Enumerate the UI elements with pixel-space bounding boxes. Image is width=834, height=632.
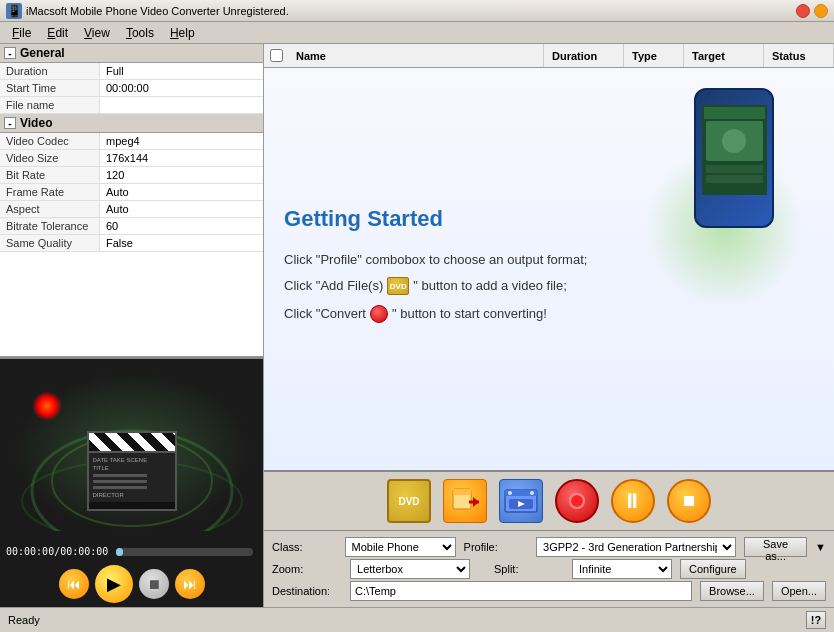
properties-panel: - General Duration Full Start Time 00:00… bbox=[0, 44, 263, 357]
class-select[interactable]: Mobile Phone bbox=[345, 537, 456, 557]
svg-point-16 bbox=[530, 491, 534, 495]
convert-inline-icon bbox=[370, 305, 388, 323]
add-files-button[interactable]: DVD bbox=[385, 477, 433, 525]
prop-frame-rate: Frame Rate Auto bbox=[0, 184, 263, 201]
menu-file[interactable]: File bbox=[4, 24, 39, 42]
prop-same-quality-value[interactable]: False bbox=[100, 235, 263, 251]
minimize-button[interactable] bbox=[814, 4, 828, 18]
prop-bit-rate-value[interactable]: 120 bbox=[100, 167, 263, 183]
svg-point-6 bbox=[722, 129, 746, 153]
menu-edit[interactable]: Edit bbox=[39, 24, 76, 42]
destination-label: Destination: bbox=[272, 585, 342, 597]
prop-frame-rate-value[interactable]: Auto bbox=[100, 184, 263, 200]
menu-view[interactable]: View bbox=[76, 24, 118, 42]
clapper-top bbox=[89, 433, 175, 453]
help-button[interactable]: !? bbox=[806, 611, 826, 629]
col-status-header: Status bbox=[764, 44, 834, 67]
clapper-lines bbox=[93, 474, 171, 489]
menu-help[interactable]: Help bbox=[162, 24, 203, 42]
film-icon bbox=[499, 479, 543, 523]
open-button[interactable]: Open... bbox=[772, 581, 826, 601]
status-bar: Ready !? bbox=[0, 607, 834, 632]
rewind-button[interactable]: ⏮ bbox=[59, 569, 89, 599]
prop-start-time-label: Start Time bbox=[0, 80, 100, 96]
add-folder-button[interactable] bbox=[497, 477, 545, 525]
progress-bar-container: 00:00:00/00:00:00 bbox=[0, 542, 263, 561]
save-as-button[interactable]: Save as... bbox=[744, 537, 807, 557]
settings-row-destination: Destination: Browse... Open... bbox=[272, 581, 826, 601]
left-panel: - General Duration Full Start Time 00:00… bbox=[0, 44, 264, 607]
section-general-toggle[interactable]: - bbox=[4, 47, 16, 59]
prop-bitrate-tolerance-label: Bitrate Tolerance bbox=[0, 218, 100, 234]
prop-bitrate-tolerance-value[interactable]: 60 bbox=[100, 218, 263, 234]
progress-track[interactable] bbox=[116, 548, 253, 556]
stop-icon: ⏹ bbox=[667, 479, 711, 523]
prop-video-size-value[interactable]: 176x144 bbox=[100, 150, 263, 166]
right-panel: Name Duration Type Target Status Getting… bbox=[264, 44, 834, 607]
svg-point-15 bbox=[508, 491, 512, 495]
stop-button[interactable]: ⏹ bbox=[665, 477, 713, 525]
select-all-checkbox[interactable] bbox=[270, 49, 283, 62]
prop-aspect-label: Aspect bbox=[0, 201, 100, 217]
section-video-toggle[interactable]: - bbox=[4, 117, 16, 129]
profile-label: Profile: bbox=[464, 541, 528, 553]
forward-button[interactable]: ⏭ bbox=[175, 569, 205, 599]
bottom-settings: Class: Mobile Phone Profile: 3GPP2 - 3rd… bbox=[264, 530, 834, 607]
prop-start-time-value[interactable]: 00:00:00 bbox=[100, 80, 263, 96]
phone-screen-content bbox=[702, 105, 767, 195]
close-button[interactable] bbox=[796, 4, 810, 18]
svg-rect-4 bbox=[704, 107, 765, 119]
menu-tools[interactable]: Tools bbox=[118, 24, 162, 42]
remove-icon bbox=[443, 479, 487, 523]
prop-video-codec-value[interactable]: mpeg4 bbox=[100, 133, 263, 149]
phone-illustration bbox=[674, 88, 794, 288]
prop-frame-rate-label: Frame Rate bbox=[0, 184, 100, 200]
prop-video-size-label: Video Size bbox=[0, 150, 100, 166]
configure-button[interactable]: Configure bbox=[680, 559, 746, 579]
split-label: Split: bbox=[494, 563, 564, 575]
status-text: Ready bbox=[8, 614, 798, 626]
play-button[interactable]: ▶ bbox=[95, 565, 133, 603]
svg-rect-8 bbox=[706, 175, 763, 183]
prop-aspect: Aspect Auto bbox=[0, 201, 263, 218]
getting-started-area: Getting Started Click "Profile" combobox… bbox=[264, 68, 834, 470]
prop-bit-rate-label: Bit Rate bbox=[0, 167, 100, 183]
window-controls bbox=[796, 4, 828, 18]
split-select[interactable]: Infinite bbox=[572, 559, 672, 579]
dvd-add-icon: DVD bbox=[387, 479, 431, 523]
section-video-header: - Video bbox=[0, 114, 263, 133]
action-bar: DVD bbox=[264, 470, 834, 530]
prop-file-name-label: File name bbox=[0, 97, 100, 113]
prop-duration-value[interactable]: Full bbox=[100, 63, 263, 79]
prop-aspect-value[interactable]: Auto bbox=[100, 201, 263, 217]
col-type-header: Type bbox=[624, 44, 684, 67]
destination-input[interactable] bbox=[350, 581, 692, 601]
preview-clapperboard: DATE TAKE SCENE TITLE DIRECTOR bbox=[87, 431, 177, 511]
col-duration-header: Duration bbox=[544, 44, 624, 67]
prop-file-name: File name bbox=[0, 97, 263, 114]
phone-shape bbox=[694, 88, 774, 228]
profile-select[interactable]: 3GPP2 - 3rd Generation Partnership Proje… bbox=[536, 537, 736, 557]
time-display: 00:00:00/00:00:00 bbox=[6, 546, 108, 557]
class-label: Class: bbox=[272, 541, 336, 553]
settings-row-class: Class: Mobile Phone Profile: 3GPP2 - 3rd… bbox=[272, 537, 826, 557]
section-video-label: Video bbox=[20, 116, 52, 130]
svg-rect-10 bbox=[453, 489, 471, 495]
prop-video-codec: Video Codec mpeg4 bbox=[0, 133, 263, 150]
remove-files-button[interactable] bbox=[441, 477, 489, 525]
col-name-header: Name bbox=[288, 44, 544, 67]
prop-bitrate-tolerance: Bitrate Tolerance 60 bbox=[0, 218, 263, 235]
zoom-select[interactable]: Letterbox bbox=[350, 559, 470, 579]
svg-marker-12 bbox=[473, 497, 479, 507]
convert-icon bbox=[555, 479, 599, 523]
prop-file-name-value[interactable] bbox=[100, 97, 263, 113]
stop-playback-button[interactable]: ⏹ bbox=[139, 569, 169, 599]
browse-button[interactable]: Browse... bbox=[700, 581, 764, 601]
app-icon: 📱 bbox=[6, 3, 22, 19]
prop-same-quality-label: Same Quality bbox=[0, 235, 100, 251]
convert-button[interactable] bbox=[553, 477, 601, 525]
pause-icon: ⏸ bbox=[611, 479, 655, 523]
pause-button[interactable]: ⏸ bbox=[609, 477, 657, 525]
section-general-label: General bbox=[20, 46, 65, 60]
preview-panel: DATE TAKE SCENE TITLE DIRECTOR bbox=[0, 357, 263, 542]
